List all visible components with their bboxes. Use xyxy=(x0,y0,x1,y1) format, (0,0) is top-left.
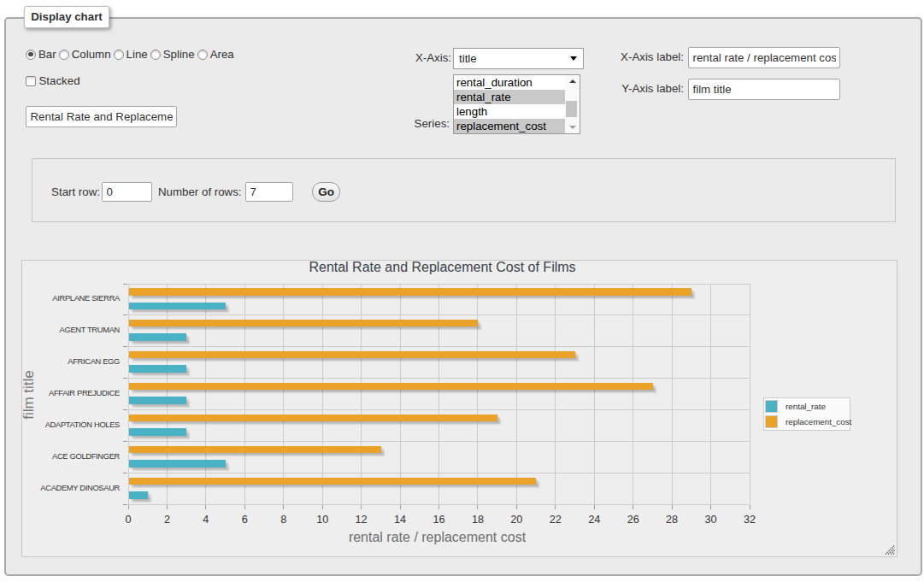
x-axis-label-input[interactable] xyxy=(688,47,840,68)
x-tick-label: 6 xyxy=(227,514,262,526)
gridline-y-5 xyxy=(128,441,750,442)
x-tick-28 xyxy=(672,505,673,509)
bar-rental_rate xyxy=(129,303,226,310)
stacked-checkbox[interactable] xyxy=(26,76,36,86)
series-listbox[interactable]: rental_durationrental_ratelengthreplacem… xyxy=(453,74,580,134)
chart-type-radio-line[interactable] xyxy=(114,50,124,60)
x-tick-4 xyxy=(205,505,206,509)
scrollbar-down-button[interactable] xyxy=(565,121,580,133)
number-of-rows-input[interactable] xyxy=(245,182,293,202)
stacked-checkbox-row: Stacked xyxy=(26,74,80,87)
gridline-y-2 xyxy=(128,346,750,347)
x-tick-8 xyxy=(283,505,284,509)
chart-legend: rental_ratereplacement_cost xyxy=(763,397,850,431)
chart-type-label: Bar xyxy=(38,48,56,61)
select-dropdown-arrow-icon xyxy=(570,56,577,61)
y-category-label: AFRICAN EGG xyxy=(26,356,120,366)
gridline-y-0 xyxy=(128,284,750,285)
chart-type-radio-bar[interactable] xyxy=(26,50,36,60)
x-tick-2 xyxy=(167,505,168,509)
y-axis-label-caption: Y-Axis label: xyxy=(596,82,684,95)
chart-title: Rental Rate and Replacement Cost of Film… xyxy=(132,260,753,275)
go-button[interactable]: Go xyxy=(312,182,340,202)
x-tick-label: 30 xyxy=(694,514,728,526)
chart-type-label: Column xyxy=(72,48,111,61)
x-tick-label: 18 xyxy=(461,514,495,526)
gridline-x-20 xyxy=(516,284,517,505)
series-option-rental_rate[interactable]: rental_rate xyxy=(454,90,565,104)
gridline-x-22 xyxy=(555,284,556,505)
gridline-y-6 xyxy=(128,473,750,473)
legend-swatch-replacement_cost xyxy=(765,415,778,428)
y-category-label: AIRPLANE SIERRA xyxy=(26,293,120,303)
gridline-x-18 xyxy=(477,284,478,505)
gridline-x-16 xyxy=(438,284,439,505)
scrollbar-up-button[interactable] xyxy=(565,75,580,88)
chart-type-radio-column[interactable] xyxy=(59,50,69,60)
x-tick-22 xyxy=(555,505,556,509)
gridline-x-8 xyxy=(283,284,284,505)
gridline-x-4 xyxy=(205,284,206,505)
gridline-x-28 xyxy=(672,284,673,505)
x-axis-select[interactable]: title xyxy=(453,48,584,69)
x-tick-label: 8 xyxy=(267,514,301,526)
y-tick-3 xyxy=(123,378,127,379)
x-tick-label: 22 xyxy=(539,514,573,526)
series-option-replacement_cost[interactable]: replacement_cost xyxy=(454,119,565,133)
bar-rental_rate xyxy=(129,365,187,373)
chart-type-label: Line xyxy=(127,48,148,61)
x-tick-14 xyxy=(400,505,401,509)
y-tick-4 xyxy=(123,409,127,410)
scroll-down-icon xyxy=(569,126,576,129)
start-row-label: Start row: xyxy=(32,185,100,198)
x-tick-label: 4 xyxy=(189,514,223,526)
y-tick-5 xyxy=(123,441,127,442)
chart-type-radio-area[interactable] xyxy=(197,50,208,60)
chart-type-label: Area xyxy=(210,48,234,61)
x-tick-24 xyxy=(594,505,595,509)
gridline-y-1 xyxy=(128,315,750,315)
gridline-y-4 xyxy=(128,409,750,410)
bar-replacement_cost xyxy=(129,383,653,391)
series-option-rental_duration[interactable]: rental_duration xyxy=(454,75,565,90)
gridline-x-24 xyxy=(594,284,595,505)
y-tick-6 xyxy=(123,473,127,473)
y-category-label: AFFAIR PREJUDICE xyxy=(26,388,120,397)
scrollbar-thumb[interactable] xyxy=(566,101,577,117)
series-label: Series: xyxy=(363,117,450,130)
display-chart-fieldset: Display chart BarColumnLineSplineArea St… xyxy=(4,17,922,576)
gridline-y-3 xyxy=(128,378,750,379)
x-tick-26 xyxy=(633,505,633,509)
x-axis-label-caption: X-Axis label: xyxy=(596,50,684,63)
gridline-x-2 xyxy=(167,284,168,505)
bar-rental_rate xyxy=(129,333,187,341)
x-tick-18 xyxy=(477,505,478,509)
gridline-x-32 xyxy=(750,284,750,505)
x-tick-label: 16 xyxy=(422,514,456,526)
bar-rental_rate xyxy=(129,491,148,499)
legend-row: replacement_cost xyxy=(765,414,850,430)
x-axis-selected-value: title xyxy=(459,52,477,65)
y-tick-2 xyxy=(123,346,127,347)
y-tick-0 xyxy=(123,284,127,285)
legend-swatch-rental_rate xyxy=(765,400,778,413)
bar-replacement_cost xyxy=(129,320,479,327)
gridline-x-12 xyxy=(361,284,362,505)
y-tick-1 xyxy=(123,315,127,315)
gridline-x-26 xyxy=(633,284,633,505)
x-tick-label: 26 xyxy=(616,514,650,526)
gridline-x-10 xyxy=(322,284,323,505)
scrollbar[interactable] xyxy=(565,75,580,133)
fieldset-legend: Display chart xyxy=(24,6,109,28)
start-row-input[interactable] xyxy=(102,182,152,202)
chart-title-input[interactable] xyxy=(26,106,177,127)
x-tick-30 xyxy=(710,505,711,509)
y-axis-label-input[interactable] xyxy=(688,79,840,100)
resize-handle-icon[interactable] xyxy=(885,544,895,555)
bar-rental_rate xyxy=(129,428,187,436)
chart-type-radio-spline[interactable] xyxy=(150,50,161,60)
gridline-x-14 xyxy=(400,284,401,505)
series-option-length[interactable]: length xyxy=(454,104,565,119)
bar-replacement_cost xyxy=(129,414,497,422)
x-tick-label: 14 xyxy=(383,514,417,526)
